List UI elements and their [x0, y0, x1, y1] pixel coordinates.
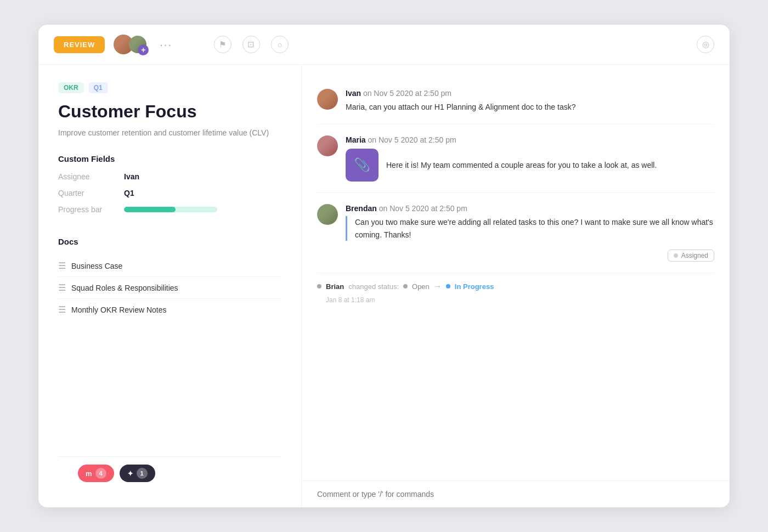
assignee-value: Ivan — [124, 172, 139, 181]
status-to: In Progress — [455, 282, 494, 291]
right-panel: Ivan on Nov 5 2020 at 2:50 pm Maria, can… — [302, 65, 730, 507]
status-change: Brian changed status: Open → In Progress — [317, 273, 714, 295]
comment-brendan: Brendan on Nov 5 2020 at 2:50 pm Can you… — [317, 193, 714, 273]
status-change-row: Brian changed status: Open → In Progress… — [317, 273, 714, 304]
custom-fields-section: Custom Fields Assignee Ivan Quarter Q1 P… — [58, 154, 281, 222]
monday-icon: m — [86, 469, 92, 478]
comment-timestamp-brendan: on Nov 5 2020 at 2:50 pm — [379, 204, 467, 213]
doc-label-1: Business Case — [71, 262, 122, 270]
comment-timestamp-ivan: on Nov 5 2020 at 2:50 pm — [363, 89, 451, 98]
status-action: changed status: — [348, 282, 399, 291]
comment-content-brendan: Brendan on Nov 5 2020 at 2:50 pm Can you… — [346, 204, 714, 262]
status-timestamp: Jan 8 at 1:18 am — [317, 296, 714, 304]
comment-ivan: Ivan on Nov 5 2020 at 2:50 pm Maria, can… — [317, 78, 714, 124]
comment-quote-brendan: Can you two make sure we're adding all r… — [346, 216, 714, 241]
quarter-field: Quarter Q1 — [58, 189, 281, 197]
body: OKR Q1 Customer Focus Improve customer r… — [38, 65, 730, 507]
comment-text-maria: Here it is! My team commented a couple a… — [386, 159, 657, 171]
comment-text-ivan: Maria, can you attach our H1 Planning & … — [346, 101, 714, 113]
quarter-label: Quarter — [58, 189, 124, 197]
doc-item-business-case[interactable]: ☰ Business Case — [58, 255, 281, 277]
eye-icon-button[interactable]: ◎ — [697, 36, 714, 53]
tag-okr: OKR — [58, 82, 84, 93]
doc-icon-1: ☰ — [58, 261, 66, 271]
comment-content-ivan: Ivan on Nov 5 2020 at 2:50 pm Maria, can… — [346, 89, 714, 113]
comment-header-ivan: Ivan on Nov 5 2020 at 2:50 pm — [346, 89, 714, 98]
header-right: ◎ — [697, 36, 714, 53]
status-arrow: → — [434, 282, 442, 291]
progress-label: Progress bar — [58, 205, 124, 214]
status-dot-left — [317, 284, 321, 288]
task-description: Improve customer retention and customer … — [58, 127, 281, 139]
monday-count: 4 — [95, 468, 106, 479]
calendar-icon-button[interactable]: ⊡ — [242, 36, 260, 53]
progress-field: Progress bar — [58, 205, 281, 214]
assignee-field: Assignee Ivan — [58, 172, 281, 181]
review-button[interactable]: REVIEW — [54, 36, 105, 53]
comment-text-brendan: Can you two make sure we're adding all r… — [355, 216, 714, 241]
status-from-dot — [403, 284, 408, 288]
assigned-badge[interactable]: Assigned — [668, 250, 714, 262]
attachment-box: 📎 Here it is! My team commented a couple… — [346, 149, 714, 182]
header-icons: ⚑ ⊡ ○ — [214, 36, 289, 53]
doc-label-3: Monthly OKR Review Notes — [71, 305, 167, 314]
status-to-dot — [446, 284, 450, 288]
comment-author-ivan: Ivan — [346, 89, 361, 98]
progress-bar-fill — [124, 207, 176, 212]
task-title: Customer Focus — [58, 101, 281, 122]
avatar-maria — [317, 135, 338, 156]
comment-input[interactable] — [317, 490, 714, 499]
comment-maria: Maria on Nov 5 2020 at 2:50 pm 📎 Here it… — [317, 124, 714, 193]
assigned-dot — [674, 253, 678, 258]
comment-input-area — [302, 480, 730, 507]
doc-label-2: Squad Roles & Responsibilities — [71, 284, 178, 292]
add-member-button[interactable]: + — [138, 44, 149, 55]
figma-icon: ✦ — [127, 469, 133, 478]
comment-header-brendan: Brendan on Nov 5 2020 at 2:50 pm — [346, 204, 714, 213]
avatar-brendan — [317, 204, 338, 225]
figma-badge[interactable]: ✦ 1 — [120, 465, 155, 482]
more-options-button[interactable]: ··· — [160, 38, 172, 51]
quarter-value: Q1 — [124, 189, 134, 197]
comment-timestamp-maria: on Nov 5 2020 at 2:50 pm — [368, 135, 456, 144]
attachment-icon[interactable]: 📎 — [346, 149, 379, 182]
assignee-label: Assignee — [58, 172, 124, 181]
left-panel: OKR Q1 Customer Focus Improve customer r… — [38, 65, 302, 507]
docs-section: Docs ☰ Business Case ☰ Squad Roles & Res… — [58, 237, 281, 320]
doc-item-monthly-okr[interactable]: ☰ Monthly OKR Review Notes — [58, 299, 281, 320]
flag-icon-button[interactable]: ⚑ — [214, 36, 231, 53]
status-user: Brian — [326, 282, 344, 291]
comment-author-maria: Maria — [346, 135, 366, 144]
comment-header-maria: Maria on Nov 5 2020 at 2:50 pm — [346, 135, 714, 144]
tag-q1: Q1 — [88, 82, 108, 93]
progress-bar — [124, 207, 217, 212]
status-from: Open — [412, 282, 430, 291]
doc-icon-3: ☰ — [58, 304, 66, 315]
tag-row: OKR Q1 — [58, 82, 281, 93]
monday-badge[interactable]: m 4 — [78, 465, 114, 482]
comment-content-maria: Maria on Nov 5 2020 at 2:50 pm 📎 Here it… — [346, 135, 714, 182]
doc-icon-2: ☰ — [58, 282, 66, 293]
task-header: REVIEW + ··· ⚑ ⊡ ○ ◎ — [38, 25, 730, 65]
assigned-label: Assigned — [681, 252, 708, 259]
figma-count: 1 — [137, 468, 148, 479]
clock-icon-button[interactable]: ○ — [271, 36, 289, 53]
comment-author-brendan: Brendan — [346, 204, 377, 213]
docs-title: Docs — [58, 237, 281, 246]
doc-item-squad-roles[interactable]: ☰ Squad Roles & Responsibilities — [58, 277, 281, 299]
avatar-ivan — [317, 89, 338, 110]
integration-badges: m 4 ✦ 1 — [58, 456, 281, 490]
custom-fields-title: Custom Fields — [58, 154, 281, 163]
avatar-group: + — [114, 35, 146, 54]
comments-area: Ivan on Nov 5 2020 at 2:50 pm Maria, can… — [302, 65, 730, 480]
